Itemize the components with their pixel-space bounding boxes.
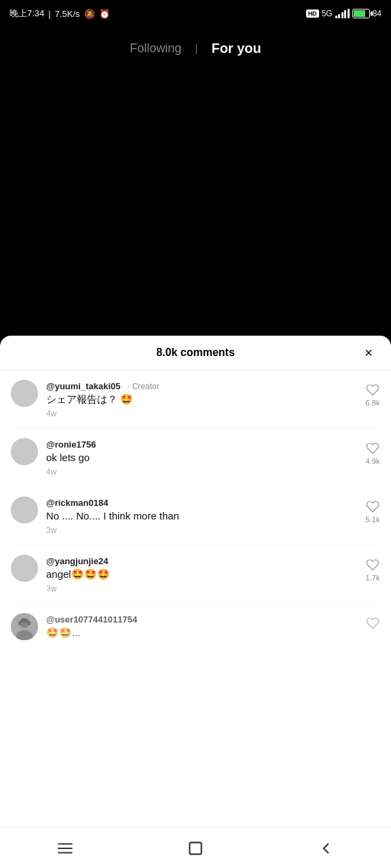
comment-username: @ronie1756 — [46, 438, 357, 450]
time-display: 晚上7:34 — [10, 7, 44, 20]
comment-content: @ronie1756 ok lets go 4w — [46, 438, 357, 477]
signal-bars — [335, 9, 350, 18]
comment-text: 🤩🤩... — [46, 625, 357, 639]
status-left: 晚上7:34 | 7.5K/s 🔕 ⏰ — [10, 7, 110, 20]
5g-label: 5G — [322, 9, 333, 18]
comment-username: @user1077441011754 — [46, 613, 357, 625]
home-button[interactable] — [175, 833, 216, 863]
comment-username: @rickman0184 — [46, 496, 357, 509]
like-count: 1.7k — [366, 574, 380, 582]
status-bar: 晚上7:34 | 7.5K/s 🔕 ⏰ HD 5G 84 — [0, 0, 391, 27]
comments-list: @yuumi_takaki05 · Creator シェア報告は？ 🤩 4w 6… — [0, 370, 391, 831]
comment-content: @user1077441011754 🤩🤩... — [46, 613, 357, 642]
comments-title: 8.0k comments — [156, 347, 235, 359]
avatar — [11, 613, 38, 640]
comment-time: 4w — [46, 467, 357, 477]
avatar — [11, 438, 38, 465]
mute-icon: 🔕 — [84, 9, 95, 19]
battery-percent: 84 — [373, 9, 381, 18]
comment-username: @yuumi_takaki05 · Creator — [46, 380, 357, 392]
comment-text: シェア報告は？ 🤩 — [46, 392, 357, 406]
status-right: HD 5G 84 — [306, 9, 381, 18]
comment-content: @rickman0184 No .... No.... I think more… — [46, 496, 357, 535]
comment-content: @yuumi_takaki05 · Creator シェア報告は？ 🤩 4w — [46, 380, 357, 418]
avatar — [11, 555, 38, 582]
heart-icon[interactable] — [365, 382, 380, 397]
top-nav: Following | For you — [0, 30, 391, 67]
hd-badge: HD — [306, 9, 319, 18]
tab-for-you[interactable]: For you — [211, 41, 261, 56]
menu-button[interactable] — [45, 833, 86, 863]
comment-like[interactable]: 6.8k — [365, 380, 380, 407]
network-speed: | — [48, 9, 50, 19]
comment-like[interactable]: 4.9k — [365, 438, 380, 465]
like-count: 6.8k — [366, 399, 380, 407]
svg-rect-12 — [189, 842, 201, 854]
bottom-nav — [0, 827, 391, 868]
battery-icon — [352, 9, 370, 18]
comment-time: 4w — [46, 409, 357, 418]
svg-rect-3 — [18, 621, 21, 625]
tab-following[interactable]: Following — [130, 41, 181, 56]
comment-item: @user1077441011754 🤩🤩... — [11, 604, 380, 652]
comment-item: @rickman0184 No .... No.... I think more… — [11, 487, 380, 545]
comment-like[interactable] — [365, 613, 380, 631]
comment-time: 3w — [46, 526, 357, 535]
comments-header: 8.0k comments × — [0, 336, 391, 370]
like-count: 4.9k — [366, 457, 380, 465]
heart-icon[interactable] — [365, 616, 380, 631]
heart-icon[interactable] — [365, 499, 380, 514]
close-button[interactable]: × — [358, 342, 379, 363]
avatar — [11, 496, 38, 524]
avatar — [11, 380, 38, 407]
heart-icon[interactable] — [365, 557, 380, 572]
comment-item: @yangjunjie24 angel🤩🤩🤩 3w 1.7k — [11, 545, 380, 604]
like-count: 5.1k — [366, 515, 380, 524]
network-speed-value: 7.5K/s — [55, 9, 80, 19]
heart-icon[interactable] — [365, 441, 380, 456]
comment-content: @yangjunjie24 angel🤩🤩🤩 3w — [46, 555, 357, 593]
comment-text: angel🤩🤩🤩 — [46, 567, 357, 581]
comment-like[interactable]: 1.7k — [365, 555, 380, 582]
comment-item: @ronie1756 ok lets go 4w 4.9k — [11, 429, 380, 487]
comment-item: @yuumi_takaki05 · Creator シェア報告は？ 🤩 4w 6… — [11, 370, 380, 429]
comment-text: ok lets go — [46, 450, 357, 465]
nav-divider: | — [195, 43, 198, 55]
comment-like[interactable]: 5.1k — [365, 496, 380, 524]
back-button[interactable] — [305, 833, 346, 863]
comments-panel: 8.0k comments × @yuumi_takaki05 · Creato… — [0, 336, 391, 868]
comment-username: @yangjunjie24 — [46, 555, 357, 567]
svg-rect-4 — [28, 621, 31, 625]
alarm-icon: ⏰ — [99, 9, 110, 19]
comment-time: 3w — [46, 584, 357, 593]
comment-text: No .... No.... I think more than — [46, 509, 357, 523]
